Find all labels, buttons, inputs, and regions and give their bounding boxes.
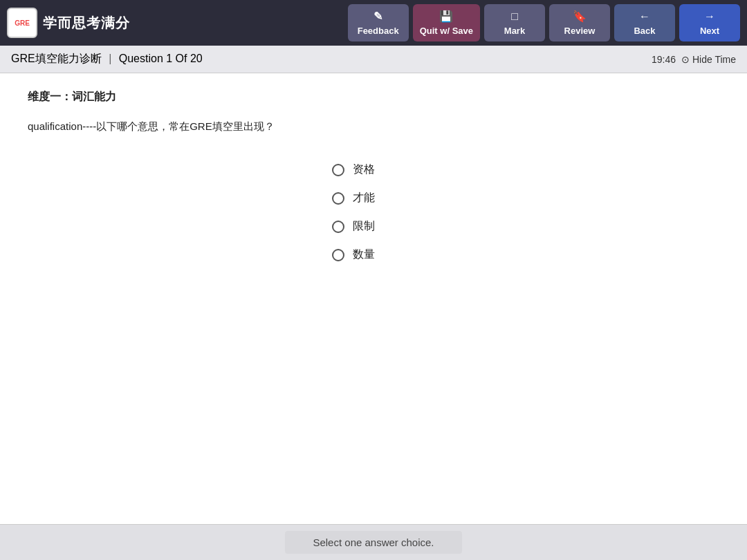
next-label: Next bbox=[700, 26, 719, 36]
feedback-icon: ✎ bbox=[374, 10, 382, 23]
breadcrumb-text: GRE填空能力诊断 bbox=[11, 53, 102, 64]
question-text: qualification----以下哪个意思，常在GRE填空里出现？ bbox=[28, 118, 719, 135]
choice-radio-b bbox=[332, 192, 344, 205]
choice-radio-c bbox=[332, 221, 344, 233]
logo-icon: GRE bbox=[7, 8, 37, 38]
choice-label-a: 资格 bbox=[353, 162, 375, 177]
breadcrumb: GRE填空能力诊断 | Question 1 Of 20 bbox=[11, 52, 203, 66]
timer-area: 19:46 ⊙ Hide Time bbox=[652, 54, 736, 65]
logo-area: GRE 学而思考满分 bbox=[7, 8, 344, 38]
choice-item-d[interactable]: 数量 bbox=[332, 248, 415, 262]
review-label: Review bbox=[564, 26, 596, 36]
breadcrumb-separator: | bbox=[109, 53, 111, 64]
quit-label: Quit w/ Save bbox=[420, 26, 473, 36]
footer-instruction: Select one answer choice. bbox=[285, 531, 461, 554]
next-button[interactable]: → Next bbox=[679, 4, 740, 41]
back-label: Back bbox=[634, 26, 655, 36]
mark-button[interactable]: □ Mark bbox=[484, 4, 545, 41]
hide-time-label: Hide Time bbox=[692, 54, 736, 65]
app-title: 学而思考满分 bbox=[43, 14, 130, 32]
next-arrow-icon: → bbox=[704, 10, 715, 23]
header: GRE 学而思考满分 ✎ Feedback 💾 Quit w/ Save □ M… bbox=[0, 0, 747, 46]
dimension-label: 维度一：词汇能力 bbox=[28, 90, 719, 104]
quit-save-button[interactable]: 💾 Quit w/ Save bbox=[413, 4, 480, 41]
choices-container: 资格才能限制数量 bbox=[28, 162, 719, 262]
choice-item-c[interactable]: 限制 bbox=[332, 219, 415, 234]
footer: Select one answer choice. bbox=[0, 524, 747, 560]
feedback-label: Feedback bbox=[358, 26, 399, 36]
choice-radio-a bbox=[332, 164, 344, 176]
mark-label: Mark bbox=[504, 26, 525, 36]
hide-time-button[interactable]: ⊙ Hide Time bbox=[681, 54, 736, 65]
feedback-button[interactable]: ✎ Feedback bbox=[348, 4, 409, 41]
back-button[interactable]: ← Back bbox=[614, 4, 675, 41]
choice-label-d: 数量 bbox=[353, 248, 375, 262]
review-button[interactable]: 🔖 Review bbox=[549, 4, 610, 41]
back-arrow-icon: ← bbox=[639, 10, 650, 23]
main-content: 维度一：词汇能力 qualification----以下哪个意思，常在GRE填空… bbox=[0, 73, 747, 524]
choice-label-b: 才能 bbox=[353, 191, 375, 205]
timer-value: 19:46 bbox=[652, 54, 676, 65]
question-info: Question 1 Of 20 bbox=[119, 53, 203, 64]
quit-icon: 💾 bbox=[439, 10, 453, 23]
subheader: GRE填空能力诊断 | Question 1 Of 20 19:46 ⊙ Hid… bbox=[0, 46, 747, 73]
clock-icon: ⊙ bbox=[681, 54, 690, 65]
choice-radio-d bbox=[332, 249, 344, 261]
mark-icon: □ bbox=[511, 10, 518, 23]
choice-label-c: 限制 bbox=[353, 219, 375, 234]
choice-item-a[interactable]: 资格 bbox=[332, 162, 415, 177]
review-icon: 🔖 bbox=[573, 10, 587, 23]
choice-item-b[interactable]: 才能 bbox=[332, 191, 415, 205]
